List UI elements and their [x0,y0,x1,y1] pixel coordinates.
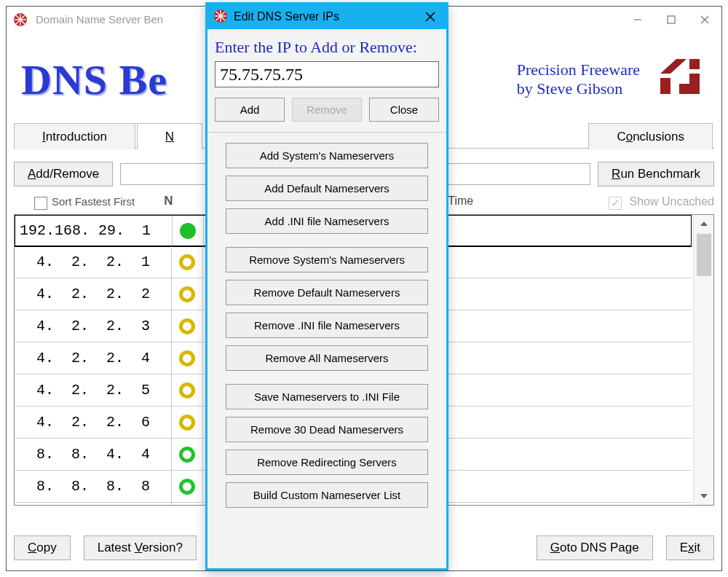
status-icon [177,220,199,242]
remove-all-nameservers-button[interactable]: Remove All Nameservers [226,345,428,371]
dialog-remove-group: Remove System's Nameservers Remove Defau… [215,247,439,371]
ip-cell: 8. 8. 8. 8 [15,478,171,495]
goto-dns-page-button[interactable]: Goto DNS Page [537,535,653,560]
ip-cell: 4. 2. 2. 3 [15,318,171,334]
latest-version-button[interactable]: Latest Version? [84,535,197,560]
minimize-button[interactable] [621,7,654,32]
dialog-add-group: Add System's Nameservers Add Default Nam… [215,143,439,234]
status-icon [176,412,198,433]
tab-nameservers[interactable]: N [137,123,202,149]
status-icon [176,380,198,401]
scroll-down-icon[interactable] [694,487,713,505]
column-label-left: N [164,194,173,208]
grc-logo-icon [654,53,707,106]
dialog-app-icon [213,9,228,25]
tab-introduction[interactable]: Introduction [14,123,135,149]
dialog-add-button[interactable]: Add [215,98,285,122]
tab-conclusions[interactable]: Conclusions [588,123,713,149]
ip-cell: 4. 2. 2. 6 [15,414,171,431]
dialog-remove-button[interactable]: Remove [292,98,362,122]
add-remove-button[interactable]: Add/Remove [14,162,113,187]
ip-cell: 4. 2. 2. 1 [15,254,171,270]
remove-redirecting-button[interactable]: Remove Redirecting Servers [226,450,428,475]
show-uncached-checkbox[interactable]: ✓ [609,197,622,210]
scroll-thumb[interactable] [697,234,711,276]
sort-fastest-label: Sort Fastest First [52,195,135,208]
status-icon [176,251,198,273]
build-custom-list-button[interactable]: Build Custom Nameserver List [226,482,428,508]
scrollbar[interactable] [693,215,713,505]
dialog-titlebar[interactable]: Edit DNS Server IPs [207,4,446,29]
add-system-nameservers-button[interactable]: Add System's Nameservers [226,143,428,168]
close-button[interactable] [688,7,721,32]
remove-dead-button[interactable]: Remove 30 Dead Nameservers [226,417,428,442]
remove-system-nameservers-button[interactable]: Remove System's Nameservers [226,247,428,272]
edit-dns-dialog: Edit DNS Server IPs Enter the IP to Add … [205,2,448,570]
add-ini-nameservers-button[interactable]: Add .INI file Nameservers [226,208,428,234]
ip-cell: 4. 2. 2. 4 [15,350,171,366]
remove-ini-nameservers-button[interactable]: Remove .INI file Nameservers [226,313,428,338]
maximize-button[interactable] [654,7,688,32]
status-icon [176,348,198,369]
dialog-title: Edit DNS Server IPs [234,10,420,23]
add-default-nameservers-button[interactable]: Add Default Nameservers [226,176,428,201]
dialog-prompt: Enter the IP to Add or Remove: [215,38,439,57]
status-icon [176,444,198,466]
app-icon [12,12,28,28]
dialog-close-button[interactable] [420,7,440,27]
window-controls [621,7,721,32]
dialog-close-action-button[interactable]: Close [369,98,439,122]
ip-input[interactable] [215,61,439,87]
freeware-credit: Precision Freeware by Steve Gibson [517,60,640,99]
ip-cell: 4. 2. 2. 5 [15,382,171,399]
ip-cell: 4. 2. 2. 2 [15,286,171,302]
show-uncached-label: Show Uncached [629,195,714,207]
dialog-body: Enter the IP to Add or Remove: Add Remov… [207,29,446,568]
dialog-misc-group: Save Nameservers to .INI File Remove 30 … [215,384,439,508]
scroll-up-icon[interactable] [694,215,713,232]
ip-cell: 8. 8. 4. 4 [15,446,171,463]
status-icon [176,283,198,305]
sort-fastest-checkbox[interactable] [34,197,47,210]
ip-cell: 192.168. 29. 1 [15,222,172,239]
remove-default-nameservers-button[interactable]: Remove Default Nameservers [226,280,428,305]
status-icon [176,315,198,337]
save-ini-button[interactable]: Save Nameservers to .INI File [226,384,428,409]
show-uncached-group: ✓ Show Uncached [609,195,714,208]
app-big-title: DNS Be [14,55,167,104]
copy-button[interactable]: Copy [14,535,71,560]
freeware-line2: by Steve Gibson [517,79,640,98]
exit-button[interactable]: Exit [666,535,714,560]
dialog-button-row: Add Remove Close [215,98,439,122]
svg-rect-6 [668,16,675,23]
freeware-line1: Precision Freeware [517,60,640,79]
run-benchmark-button[interactable]: Run Benchmark [598,162,714,187]
status-icon [176,476,198,498]
